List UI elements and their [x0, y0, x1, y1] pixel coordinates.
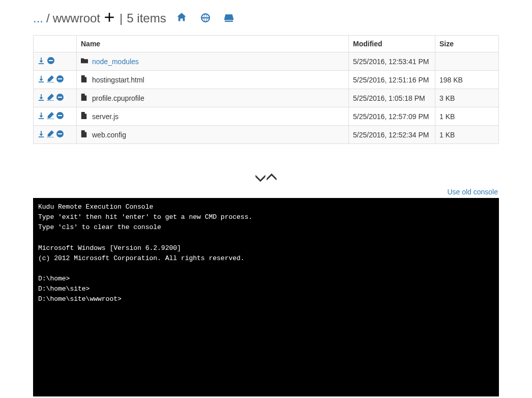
svg-rect-1: [49, 60, 53, 61]
file-name: web.config: [92, 131, 126, 139]
edit-icon[interactable]: [47, 94, 54, 102]
delete-icon[interactable]: [56, 130, 64, 139]
add-icon[interactable]: [104, 10, 114, 26]
edit-icon[interactable]: [47, 75, 54, 84]
console-output[interactable]: Kudu Remote Execution Console Type 'exit…: [33, 198, 499, 396]
delete-icon[interactable]: [56, 93, 64, 103]
svg-rect-3: [58, 78, 62, 79]
col-modified-header[interactable]: Modified: [349, 36, 435, 52]
item-count: 5 items: [127, 11, 166, 25]
breadcrumb-separator: /: [46, 11, 50, 25]
file-icon: [81, 130, 88, 139]
folder-name-link[interactable]: node_modules: [92, 58, 139, 66]
table-row: web.config5/25/2016, 12:52:34 PM1 KB: [34, 126, 499, 144]
breadcrumb-current: wwwroot: [53, 11, 100, 25]
breadcrumb-parent-link[interactable]: ...: [33, 11, 43, 25]
download-icon[interactable]: [38, 94, 45, 102]
size-cell: 3 KB: [435, 89, 499, 107]
col-actions-header: [34, 36, 77, 52]
download-icon[interactable]: [38, 130, 45, 139]
file-table: Name Modified Size node_modules5/25/2016…: [33, 35, 499, 144]
download-icon[interactable]: [38, 112, 45, 121]
modified-cell: 5/25/2016, 12:57:09 PM: [349, 107, 435, 126]
console-toggle: [33, 172, 499, 185]
globe-icon[interactable]: [201, 11, 210, 25]
size-cell: 198 KB: [435, 71, 499, 89]
table-row: server.js5/25/2016, 12:57:09 PM1 KB: [34, 107, 499, 126]
table-row: node_modules5/25/2016, 12:53:41 PM: [34, 52, 499, 71]
file-name: hostingstart.html: [92, 76, 144, 84]
breadcrumb: ... / wwwroot | 5 items: [33, 10, 499, 26]
delete-icon[interactable]: [47, 56, 55, 66]
chevron-up-icon[interactable]: [267, 177, 276, 185]
svg-rect-9: [58, 133, 62, 134]
svg-rect-7: [58, 115, 62, 116]
file-icon: [81, 94, 88, 102]
col-name-header[interactable]: Name: [77, 36, 349, 52]
edit-icon[interactable]: [47, 112, 54, 121]
breadcrumb-bar: |: [120, 11, 123, 25]
file-icon: [81, 75, 88, 84]
disk-icon[interactable]: [224, 11, 233, 25]
home-icon[interactable]: [176, 11, 187, 25]
svg-rect-5: [58, 97, 62, 98]
chevron-down-icon[interactable]: [256, 177, 267, 185]
size-cell: [435, 52, 499, 71]
size-cell: 1 KB: [435, 126, 499, 144]
file-name: profile.cpuprofile: [92, 94, 144, 102]
download-icon[interactable]: [38, 75, 45, 84]
edit-icon[interactable]: [47, 130, 54, 139]
delete-icon[interactable]: [56, 111, 64, 121]
modified-cell: 5/25/2016, 12:51:16 PM: [349, 71, 435, 89]
modified-cell: 5/25/2016, 12:52:34 PM: [349, 126, 435, 144]
file-icon: [81, 112, 88, 121]
download-icon[interactable]: [38, 57, 45, 66]
table-row: hostingstart.html5/25/2016, 12:51:16 PM1…: [34, 71, 499, 89]
delete-icon[interactable]: [56, 75, 64, 84]
table-row: profile.cpuprofile5/25/2016, 1:05:18 PM3…: [34, 89, 499, 107]
col-size-header[interactable]: Size: [435, 36, 499, 52]
modified-cell: 5/25/2016, 1:05:18 PM: [349, 89, 435, 107]
use-old-console-link[interactable]: Use old console: [447, 188, 498, 196]
size-cell: 1 KB: [435, 107, 499, 126]
folder-icon: [81, 57, 88, 66]
modified-cell: 5/25/2016, 12:53:41 PM: [349, 52, 435, 71]
file-name: server.js: [92, 112, 119, 121]
